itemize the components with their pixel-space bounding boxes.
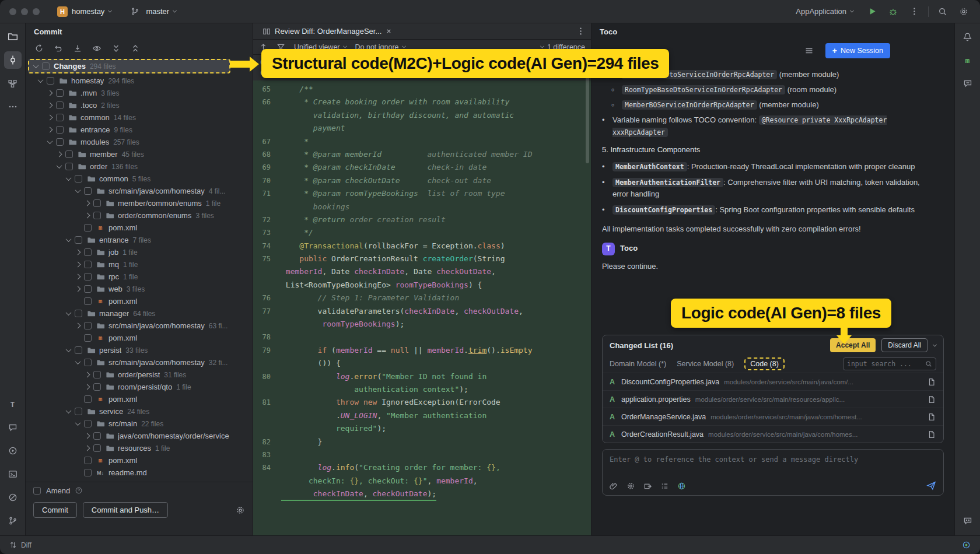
chevron-right-icon[interactable] [85, 384, 90, 390]
changed-list-tab[interactable]: Domain Model (*) [610, 360, 666, 368]
amend-checkbox[interactable] [33, 487, 41, 495]
chevron-right-icon[interactable] [85, 201, 90, 206]
tree-item[interactable]: web3 files [26, 283, 253, 295]
commit-and-push-button[interactable]: Commit and Push… [83, 502, 168, 518]
chevron-right-icon[interactable] [75, 262, 81, 268]
chevron-right-icon[interactable] [85, 446, 90, 451]
git-tool-icon[interactable] [4, 512, 22, 530]
changed-list-tab[interactable]: Code (8) [744, 357, 785, 370]
toco-chat-icon[interactable] [959, 512, 977, 530]
notifications-icon[interactable] [959, 28, 977, 45]
changed-list-search-input[interactable]: input search ... [843, 357, 936, 370]
changed-file-row[interactable]: AOrderManageService.javamodules/order/se… [603, 408, 943, 425]
tree-item[interactable]: src/main/java/com/homestay32 fi... [26, 356, 253, 369]
tree-item[interactable]: room/persist/qto1 file [26, 381, 253, 393]
checkbox[interactable] [84, 457, 92, 464]
checkbox[interactable] [84, 395, 92, 403]
checkbox[interactable] [93, 371, 101, 378]
debug-icon[interactable] [886, 5, 900, 19]
task-list-icon[interactable] [660, 482, 669, 490]
chevron-right-icon[interactable] [85, 372, 90, 378]
chevron-right-icon[interactable] [85, 213, 90, 219]
checkbox[interactable] [84, 322, 92, 329]
close-tab-icon[interactable] [386, 28, 392, 34]
chevron-right-icon[interactable] [75, 274, 81, 280]
tree-item[interactable]: java/com/homestay/order/service [26, 430, 253, 442]
changes-checkbox[interactable] [42, 62, 50, 70]
checkbox[interactable] [84, 297, 92, 305]
checkbox[interactable] [84, 469, 92, 476]
tree-item[interactable]: common14 files [26, 111, 253, 124]
checkbox[interactable] [56, 89, 64, 97]
more-actions-icon[interactable] [907, 5, 921, 19]
services-tool-icon[interactable] [4, 442, 22, 460]
tree-item[interactable]: member45 files [26, 148, 253, 160]
checkbox[interactable] [84, 420, 92, 427]
chevron-down-icon[interactable] [33, 62, 39, 68]
tree-item[interactable]: M↓readme.md [26, 467, 253, 479]
chevron-down-icon[interactable] [66, 175, 72, 181]
file-icon[interactable] [927, 395, 936, 404]
tree-item-changes[interactable]: Changes 294 files [28, 59, 230, 73]
tree-item[interactable]: src/main/java/com/homestay63 fi... [26, 320, 253, 332]
tree-item[interactable]: mpom.xml [26, 295, 253, 307]
chevron-right-icon[interactable] [47, 103, 53, 108]
branch-selector[interactable]: master [123, 3, 181, 20]
assistant-status-icon[interactable] [962, 541, 971, 549]
minimize-window-icon[interactable] [21, 8, 28, 15]
chevron-right-icon[interactable] [47, 90, 53, 96]
file-icon[interactable] [927, 413, 936, 421]
tree-item[interactable]: mpom.xml [26, 332, 253, 344]
tree-item[interactable]: .mvn3 files [26, 87, 253, 99]
changed-file-row[interactable]: AOrderCreationResult.javamodules/order/s… [603, 425, 943, 443]
tree-item[interactable]: src/main/java/com/homestay4 fil... [26, 185, 253, 197]
chevron-right-icon[interactable] [75, 286, 81, 292]
attach-icon[interactable] [610, 482, 618, 490]
chevron-right-icon[interactable] [85, 433, 90, 439]
file-icon[interactable] [927, 378, 936, 386]
zoom-window-icon[interactable] [33, 8, 40, 15]
checkbox[interactable] [75, 310, 82, 317]
checkbox[interactable] [84, 261, 92, 268]
tree-item[interactable]: entrance9 files [26, 124, 253, 136]
tree-item[interactable]: resources1 file [26, 442, 253, 454]
tab-options-icon[interactable] [576, 27, 585, 36]
collapse-all-icon[interactable] [131, 44, 140, 53]
checkbox[interactable] [93, 383, 101, 391]
problems-tool-icon[interactable] [4, 489, 22, 506]
search-icon[interactable] [936, 5, 950, 19]
tree-item[interactable]: .toco2 files [26, 99, 253, 111]
checkbox[interactable] [56, 138, 64, 146]
expand-all-icon[interactable] [111, 44, 121, 53]
commit-button[interactable]: Commit [33, 502, 77, 518]
checkbox[interactable] [65, 163, 73, 170]
project-selector[interactable]: H homestay [52, 5, 116, 19]
preview-diff-icon[interactable] [92, 44, 102, 53]
file-icon[interactable] [927, 430, 936, 439]
tree-item[interactable]: mpom.xml [26, 454, 253, 467]
chevron-down-icon[interactable] [66, 310, 72, 315]
web-access-icon[interactable] [677, 482, 686, 490]
tree-item[interactable]: member/common/enums1 file [26, 197, 253, 209]
session-menu-icon[interactable] [802, 44, 816, 58]
tree-item[interactable]: src/main22 files [26, 418, 253, 430]
run-config-selector[interactable]: AppApplication [791, 5, 858, 17]
tree-item[interactable]: mq1 file [26, 258, 253, 271]
chat-settings-icon[interactable] [626, 482, 635, 490]
checkbox[interactable] [93, 444, 101, 452]
tree-item[interactable]: job1 file [26, 246, 253, 258]
more-tools-icon[interactable] [4, 98, 22, 115]
tree-item[interactable]: modules257 files [26, 136, 253, 148]
shelve-icon[interactable] [73, 44, 82, 53]
chevron-right-icon[interactable] [75, 323, 81, 329]
chevron-down-icon[interactable] [75, 187, 81, 193]
chevron-down-icon[interactable] [57, 163, 62, 169]
chevron-right-icon[interactable] [75, 250, 81, 255]
close-window-icon[interactable] [9, 8, 16, 15]
rollback-icon[interactable] [54, 44, 63, 53]
checkbox[interactable] [75, 408, 82, 415]
terminal-tool-icon[interactable] [4, 465, 22, 483]
refresh-icon[interactable] [34, 44, 44, 53]
scrollbar[interactable] [586, 67, 589, 163]
chevron-down-icon[interactable] [75, 420, 81, 426]
